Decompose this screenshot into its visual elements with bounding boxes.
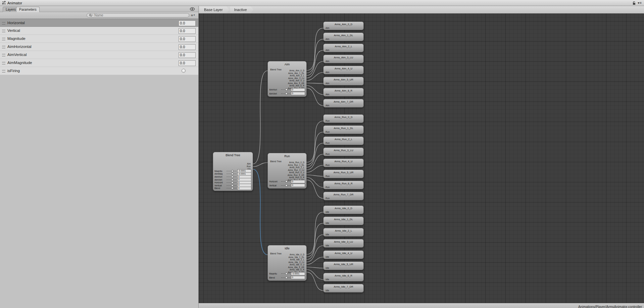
state-node-Arms_Aim_4_U[interactable]: Arms_Aim_4_UAim xyxy=(323,66,364,74)
drag-handle-icon[interactable] xyxy=(2,62,5,64)
state-title: Arms_Aim_6_R xyxy=(324,89,363,92)
node-blend-tree[interactable]: Blend TreeAimRunIdleMagnitu-0.0001AimMag… xyxy=(213,152,253,191)
slider-value-field[interactable]: 0 xyxy=(291,88,305,91)
slider-track[interactable] xyxy=(227,171,236,171)
parameter-row-AimMagnitude[interactable]: AimMagnitude0.0 xyxy=(0,59,198,67)
state-node-Arms_Idle_3_LU[interactable]: Arms_Idle_3_LUIdle xyxy=(323,239,364,248)
slider-thumb[interactable] xyxy=(231,173,234,175)
slider-thumb[interactable] xyxy=(231,187,234,189)
slider-track[interactable] xyxy=(281,278,290,278)
parameter-row-Magnitude[interactable]: Magnitude0.0 xyxy=(0,35,198,43)
drag-handle-icon[interactable] xyxy=(2,54,5,56)
slider-thumb[interactable] xyxy=(285,88,288,91)
parameter-row-AimHorizontal[interactable]: AimHorizontal0.0 xyxy=(0,43,198,51)
node-run[interactable]: RunBlend TreeArms_Run_0_DArms_Run_1_DLAr… xyxy=(267,153,307,189)
slider-thumb[interactable] xyxy=(231,170,234,172)
state-node-Arms_Run_4_U[interactable]: Arms_Run_4_URun xyxy=(323,159,364,167)
parameter-row-AimVertical[interactable]: AimVertical0.0 xyxy=(0,51,198,59)
state-node-Arms_Idle_1_DL[interactable]: Arms_Idle_1_DLIdle xyxy=(323,217,364,225)
slider-value-field[interactable]: 0 xyxy=(291,180,305,183)
node-outputs: Arms_Run_0_DArms_Run_1_DLArms_Run_2_LArm… xyxy=(288,161,304,181)
state-node-Arms_Aim_0_D[interactable]: Arms_Aim_0_DAim xyxy=(323,21,364,30)
parameter-value-field[interactable]: 0.0 xyxy=(179,36,196,42)
node-aim[interactable]: AimBlend TreeArms_Aim_0_DArms_Aim_1_DLAr… xyxy=(267,61,307,97)
state-node-Arms_Run_6_R[interactable]: Arms_Run_6_RRun xyxy=(323,181,364,189)
slider-track[interactable] xyxy=(281,181,290,182)
parameter-row-isFiring[interactable]: isFiring xyxy=(0,67,198,75)
state-node-Arms_Idle_2_L[interactable]: Arms_Idle_2_LIdle xyxy=(323,228,364,237)
slider-track[interactable] xyxy=(227,180,236,180)
node-output-label: Arms_Idle_6_R xyxy=(288,268,304,271)
drag-handle-icon[interactable] xyxy=(2,30,5,32)
node-title: Run xyxy=(268,153,306,158)
state-node-Arms_Run_2_L[interactable]: Arms_Run_2_LRun xyxy=(323,136,364,145)
slider-thumb[interactable] xyxy=(285,180,288,183)
state-node-Arms_Idle_4_U[interactable]: Arms_Idle_4_UIdle xyxy=(323,250,364,259)
eye-icon[interactable] xyxy=(190,7,195,11)
slider-thumb[interactable] xyxy=(285,276,288,279)
drag-handle-icon[interactable] xyxy=(2,38,5,40)
breadcrumb-base-layer[interactable]: Base Layer xyxy=(200,6,230,13)
slider-value-field[interactable]: 0 xyxy=(291,184,305,187)
slider-track[interactable] xyxy=(281,185,290,186)
drag-handle-icon[interactable] xyxy=(2,70,5,72)
state-node-Arms_Idle_6_R[interactable]: Arms_Idle_6_RIdle xyxy=(323,273,364,282)
parameter-row-Horizontal[interactable]: Horizontal0.0 xyxy=(0,19,198,27)
slider-value-field[interactable]: 0 xyxy=(237,187,251,190)
node-idle[interactable]: IdleBlend TreeArms_Idle_0_DArms_Idle_1_D… xyxy=(267,245,307,281)
state-node-Arms_Aim_5_UR[interactable]: Arms_Aim_5_URAim xyxy=(323,77,364,85)
slider-thumb[interactable] xyxy=(285,184,288,187)
drag-handle-icon[interactable] xyxy=(2,46,5,48)
slider-value-field[interactable]: -0.0001 xyxy=(291,272,305,275)
window-menu-icon[interactable]: ▾ ≡ xyxy=(638,1,641,5)
slider-track[interactable] xyxy=(281,94,290,94)
state-node-Arms_Run_1_DL[interactable]: Arms_Run_1_DLRun xyxy=(323,125,364,134)
state-node-Arms_Aim_1_DL[interactable]: Arms_Aim_1_DLAim xyxy=(323,33,364,41)
state-node-Arms_Run_3_LU[interactable]: Arms_Run_3_LURun xyxy=(323,147,364,156)
slider-thumb[interactable] xyxy=(285,93,288,95)
state-node-Arms_Idle_5_UR[interactable]: Arms_Idle_5_URIdle xyxy=(323,261,364,270)
graph-canvas[interactable]: Blend TreeAimRunIdleMagnitu-0.0001AimMag… xyxy=(199,13,644,303)
tab-parameters[interactable]: Parameters xyxy=(16,7,40,12)
state-node-Arms_Idle_7_DR[interactable]: Arms_Idle_7_DRIdle xyxy=(323,284,364,293)
slider-thumb[interactable] xyxy=(231,181,234,184)
state-input-label: Run xyxy=(326,131,330,133)
state-node-Arms_Aim_3_LU[interactable]: Arms_Aim_3_LUAim xyxy=(323,55,364,63)
parameter-value-field[interactable]: 0.0 xyxy=(179,20,196,26)
state-title: Arms_Run_6_R xyxy=(324,182,363,185)
search-input[interactable]: Name xyxy=(87,13,189,17)
slider-thumb[interactable] xyxy=(285,272,288,275)
slider-value-field[interactable]: 0 xyxy=(291,92,305,95)
parameter-row-Vertical[interactable]: Vertical0.0 xyxy=(0,27,198,35)
drag-handle-icon[interactable] xyxy=(2,22,5,24)
parameter-value-field[interactable]: 0.0 xyxy=(179,60,196,66)
slider-track[interactable] xyxy=(227,188,236,188)
slider-value-field[interactable]: 0 xyxy=(291,276,305,279)
state-node-Arms_Aim_2_L[interactable]: Arms_Aim_2_LAim xyxy=(323,44,364,52)
slider-track[interactable] xyxy=(281,89,290,90)
slider-track[interactable] xyxy=(227,182,236,183)
node-output-label: Arms_Run_0_D xyxy=(288,161,304,164)
state-node-Arms_Idle_0_D[interactable]: Arms_Idle_0_DIdle xyxy=(323,205,364,214)
state-node-Arms_Run_7_DR[interactable]: Arms_Run_7_DRRun xyxy=(323,192,364,200)
parameter-value-field[interactable]: 0.0 xyxy=(179,44,196,50)
parameter-value-field[interactable]: 0.0 xyxy=(179,28,196,34)
slider-track[interactable] xyxy=(281,273,290,274)
state-node-Arms_Run_5_UR[interactable]: Arms_Run_5_URRun xyxy=(323,170,364,178)
slider-track[interactable] xyxy=(227,177,236,177)
state-node-Arms_Run_0_D[interactable]: Arms_Run_0_DRun xyxy=(323,114,364,123)
state-title: Arms_Idle_2_L xyxy=(324,229,363,232)
state-node-Arms_Aim_7_DR[interactable]: Arms_Aim_7_DRAim xyxy=(323,99,364,108)
parameter-value-field[interactable]: 0.0 xyxy=(179,52,196,58)
slider-track[interactable] xyxy=(227,185,236,186)
breadcrumb-inactive[interactable]: Inactive xyxy=(230,6,254,13)
slider-thumb[interactable] xyxy=(231,176,234,178)
slider-thumb[interactable] xyxy=(231,184,234,187)
slider-thumb[interactable] xyxy=(231,179,234,181)
parameter-checkbox[interactable] xyxy=(182,69,186,73)
state-node-Arms_Aim_6_R[interactable]: Arms_Aim_6_RAim xyxy=(323,88,364,97)
state-title: Arms_Run_1_DL xyxy=(324,127,363,130)
slider-track[interactable] xyxy=(227,174,236,174)
lock-icon[interactable] xyxy=(632,1,636,5)
add-parameter-button[interactable]: +▼ xyxy=(190,13,196,18)
